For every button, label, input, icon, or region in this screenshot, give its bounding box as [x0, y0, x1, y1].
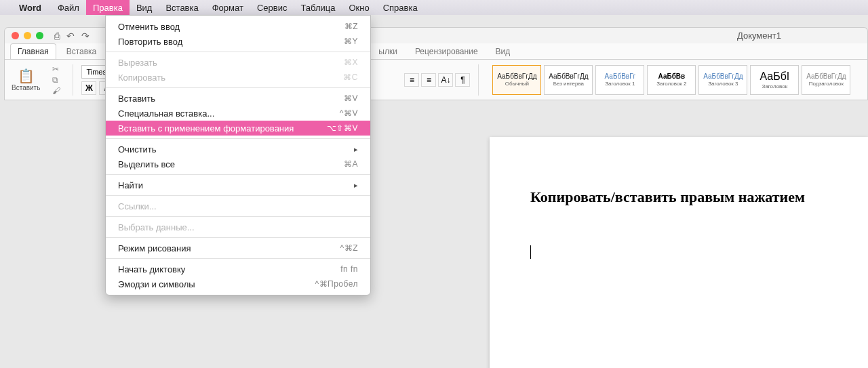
close-button[interactable]: [12, 32, 19, 39]
style-sample: АаБбI: [760, 70, 789, 83]
style-tile[interactable]: АаБбВвГгДдЗаголовок 3: [698, 65, 747, 95]
menu-item-shortcut: ⌘X: [344, 58, 358, 67]
app-name[interactable]: Word: [19, 3, 41, 13]
increase-indent-icon[interactable]: ≡: [421, 73, 436, 87]
menu-tools[interactable]: Сервис: [250, 0, 294, 15]
style-sample: АаБбВвГгДд: [806, 73, 846, 80]
menu-insert[interactable]: Вставка: [159, 0, 205, 15]
clipboard-tools: ✂ ⧉ 🖌: [52, 64, 60, 96]
style-sample: АаБбВвГгДд: [497, 73, 536, 80]
style-label: Заголовок 3: [708, 81, 738, 87]
menu-format[interactable]: Формат: [205, 0, 250, 15]
menu-table[interactable]: Таблица: [294, 0, 342, 15]
menu-item[interactable]: Выделить все⌘A: [106, 157, 370, 171]
menu-item[interactable]: Эмодзи и символы^⌘Пробел: [106, 277, 370, 291]
style-sample: АаБбВвГгДд: [703, 73, 743, 80]
menu-item: Выбрать данные...: [106, 220, 370, 234]
menu-item-label: Выделить все: [118, 159, 175, 169]
paste-label: Вставить: [12, 84, 40, 91]
paste-button[interactable]: 📋 Вставить: [9, 68, 43, 91]
menu-item[interactable]: Отменить ввод⌘Z: [106, 19, 370, 34]
style-tile[interactable]: АаБбВвГгЗаголовок 1: [595, 65, 644, 95]
paragraph-mark-icon[interactable]: ¶: [455, 73, 470, 87]
maximize-button[interactable]: [36, 32, 43, 39]
styles-gallery: АаБбВвГгДдОбычныйАаБбВвГгДдБез интерваАа…: [492, 65, 850, 95]
cut-icon[interactable]: ✂: [52, 64, 60, 74]
menu-item-shortcut: ^⌘Пробел: [315, 279, 358, 289]
menu-separator: [106, 138, 370, 139]
menu-item-label: Очистить: [118, 144, 157, 155]
menu-view[interactable]: Вид: [130, 0, 159, 15]
menu-edit[interactable]: Правка: [86, 0, 130, 15]
tab-review[interactable]: Рецензирование: [408, 43, 486, 59]
menu-file[interactable]: Файл: [51, 0, 86, 15]
quick-access-toolbar: ⎙ ↶ ↷: [54, 30, 90, 41]
sort-icon[interactable]: A↓: [438, 73, 453, 87]
menu-separator: [106, 237, 370, 238]
style-sample: АаБбВвГгДд: [549, 73, 588, 80]
bold-button[interactable]: Ж: [81, 81, 96, 95]
tab-insert[interactable]: Вставка: [59, 43, 104, 59]
redo-icon[interactable]: ↷: [81, 30, 90, 41]
style-sample: АаБбВв: [658, 73, 686, 80]
menu-item-label: Начать диктовку: [118, 264, 185, 274]
style-label: Подзаголовок: [809, 81, 844, 87]
menu-item[interactable]: Очистить: [106, 142, 370, 157]
text-cursor: [530, 245, 531, 259]
tab-view[interactable]: Вид: [488, 43, 518, 59]
menu-item-label: Вставить: [118, 94, 155, 104]
document-heading: Копировать/вставить правым нажатием: [530, 188, 827, 206]
menu-item: Вырезать⌘X: [106, 55, 370, 70]
menu-separator: [106, 87, 370, 88]
menu-separator: [106, 195, 370, 196]
save-icon[interactable]: ⎙: [54, 30, 60, 41]
menu-item-label: Специальная вставка...: [118, 108, 214, 119]
undo-icon[interactable]: ↶: [66, 30, 75, 41]
window-controls: [12, 32, 43, 39]
style-label: Без интерва: [553, 81, 584, 87]
menu-item-label: Режим рисования: [118, 243, 191, 253]
menu-item-shortcut: ⌘A: [344, 159, 358, 169]
menu-item-label: Выбрать данные...: [118, 222, 195, 232]
clipboard-icon: 📋: [18, 68, 35, 84]
style-tile[interactable]: АаБбВвЗаголовок 2: [647, 65, 696, 95]
menu-item-label: Эмодзи и символы: [118, 279, 195, 289]
menu-item-shortcut: fn fn: [340, 264, 358, 274]
menu-help[interactable]: Справка: [376, 0, 425, 15]
menu-item[interactable]: Вставить⌘V: [106, 91, 370, 106]
style-label: Заголовок 2: [656, 81, 686, 87]
menu-item[interactable]: Вставить с применением форматирования⌥⇧⌘…: [106, 121, 370, 136]
menu-item-shortcut: ⌘Y: [344, 37, 358, 46]
decrease-indent-icon[interactable]: ≡: [404, 73, 419, 87]
menu-item[interactable]: Специальная вставка...^⌘V: [106, 106, 370, 121]
menu-window[interactable]: Окно: [342, 0, 376, 15]
menu-item-shortcut: ^⌘V: [340, 108, 358, 118]
menu-separator: [106, 216, 370, 217]
tab-references[interactable]: ылки: [371, 43, 405, 59]
tab-home[interactable]: Главная: [10, 43, 56, 59]
document-page[interactable]: Копировать/вставить правым нажатием: [490, 137, 868, 368]
menu-item-label: Повторить ввод: [118, 37, 182, 47]
copy-icon[interactable]: ⧉: [52, 75, 60, 85]
style-tile[interactable]: АаБбВвГгДдОбычный: [492, 65, 541, 95]
menu-item-shortcut: ⌘Z: [344, 22, 358, 31]
style-tile[interactable]: АаБбВвГгДдПодзаголовок: [802, 65, 850, 95]
menu-item-label: Копировать: [118, 73, 165, 83]
menu-item-label: Вырезать: [118, 58, 157, 68]
menu-item-shortcut: ^⌘Z: [340, 243, 358, 253]
menu-item[interactable]: Найти: [106, 178, 370, 192]
divider: [478, 64, 479, 96]
style-tile[interactable]: АаБбВвГгДдБез интерва: [544, 65, 593, 95]
menu-item-shortcut: ⌥⇧⌘V: [327, 123, 358, 133]
format-painter-icon[interactable]: 🖌: [52, 86, 60, 96]
minimize-button[interactable]: [24, 32, 31, 39]
menu-item: Ссылки...: [106, 199, 370, 213]
menu-item[interactable]: Повторить ввод⌘Y: [106, 34, 370, 49]
menu-item[interactable]: Режим рисования^⌘Z: [106, 241, 370, 255]
style-sample: АаБбВвГг: [605, 73, 636, 80]
menu-item[interactable]: Начать диктовкуfn fn: [106, 262, 370, 277]
menu-separator: [106, 174, 370, 175]
style-tile[interactable]: АаБбIЗаголовок: [750, 65, 799, 95]
menu-item-label: Отменить ввод: [118, 22, 180, 32]
style-label: Заголовок: [762, 83, 788, 89]
